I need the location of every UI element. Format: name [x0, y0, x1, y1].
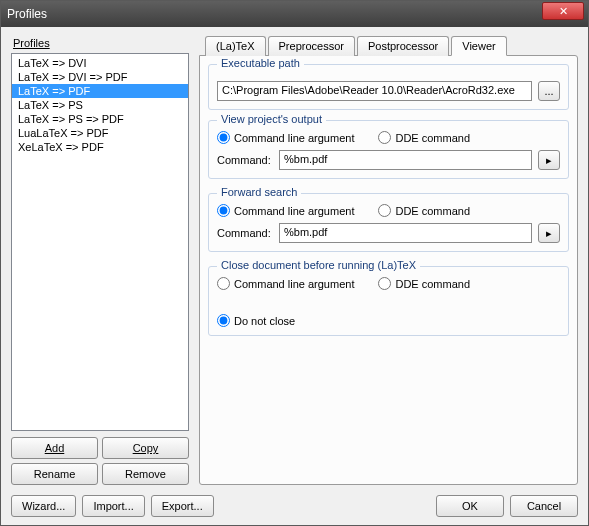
left-panel: Profiles LaTeX => DVILaTeX => DVI => PDF… [11, 35, 189, 485]
tab-viewer[interactable]: Viewer [451, 36, 506, 56]
view-dde-radio[interactable]: DDE command [378, 131, 470, 144]
profiles-label: Profiles [13, 37, 189, 49]
window-title: Profiles [7, 7, 582, 21]
cancel-button[interactable]: Cancel [510, 495, 578, 517]
wizard-button[interactable]: Wizard... [11, 495, 76, 517]
ok-button[interactable]: OK [436, 495, 504, 517]
dialog-body: Profiles LaTeX => DVILaTeX => DVI => PDF… [1, 27, 588, 525]
view-command-label: Command: [217, 154, 273, 166]
view-cmd-radio[interactable]: Command line argument [217, 131, 354, 144]
arrow-right-icon: ▸ [546, 154, 552, 167]
footer: Wizard... Import... Export... OK Cancel [11, 485, 578, 517]
add-button[interactable]: Add [11, 437, 98, 459]
list-item[interactable]: LaTeX => DVI [12, 56, 188, 70]
rename-button[interactable]: Rename [11, 463, 98, 485]
profiles-listbox[interactable]: LaTeX => DVILaTeX => DVI => PDFLaTeX => … [11, 53, 189, 431]
remove-button[interactable]: Remove [102, 463, 189, 485]
forward-search-label: Forward search [217, 186, 301, 198]
tab-postprocessor[interactable]: Postprocessor [357, 36, 449, 56]
view-output-group: View project's output Command line argum… [208, 120, 569, 179]
close-cmd-radio[interactable]: Command line argument [217, 277, 354, 290]
tab-latex[interactable]: (La)TeX [205, 36, 266, 56]
executable-path-label: Executable path [217, 57, 304, 69]
browse-button[interactable]: ... [538, 81, 560, 101]
ellipsis-icon: ... [544, 85, 553, 97]
viewer-tab-panel: Executable path C:\Program Files\Adobe\R… [199, 55, 578, 485]
list-item[interactable]: LuaLaTeX => PDF [12, 126, 188, 140]
tab-preprocessor[interactable]: Preprocessor [268, 36, 355, 56]
forward-command-input[interactable]: %bm.pdf [279, 223, 532, 243]
profiles-dialog: Profiles ✕ Profiles LaTeX => DVILaTeX =>… [0, 0, 589, 526]
right-panel: (La)TeXPreprocessorPostprocessorViewer E… [199, 35, 578, 485]
forward-cmd-radio[interactable]: Command line argument [217, 204, 354, 217]
titlebar: Profiles ✕ [1, 1, 588, 27]
executable-path-group: Executable path C:\Program Files\Adobe\R… [208, 64, 569, 110]
tab-strip: (La)TeXPreprocessorPostprocessorViewer [205, 35, 578, 55]
close-dde-radio[interactable]: DDE command [378, 277, 470, 290]
arrow-right-icon: ▸ [546, 227, 552, 240]
forward-search-group: Forward search Command line argument DDE… [208, 193, 569, 252]
close-none-radio[interactable]: Do not close [217, 314, 295, 327]
close-button[interactable]: ✕ [542, 2, 584, 20]
close-icon: ✕ [559, 5, 568, 18]
close-document-group: Close document before running (La)TeX Co… [208, 266, 569, 336]
list-item[interactable]: XeLaTeX => PDF [12, 140, 188, 154]
export-button[interactable]: Export... [151, 495, 214, 517]
list-item[interactable]: LaTeX => DVI => PDF [12, 70, 188, 84]
list-item[interactable]: LaTeX => PDF [12, 84, 188, 98]
forward-command-menu-button[interactable]: ▸ [538, 223, 560, 243]
forward-command-label: Command: [217, 227, 273, 239]
import-button[interactable]: Import... [82, 495, 144, 517]
list-item[interactable]: LaTeX => PS => PDF [12, 112, 188, 126]
copy-button[interactable]: Copy [102, 437, 189, 459]
view-output-label: View project's output [217, 113, 326, 125]
view-command-menu-button[interactable]: ▸ [538, 150, 560, 170]
forward-dde-radio[interactable]: DDE command [378, 204, 470, 217]
executable-path-input[interactable]: C:\Program Files\Adobe\Reader 10.0\Reade… [217, 81, 532, 101]
close-document-label: Close document before running (La)TeX [217, 259, 420, 271]
view-command-input[interactable]: %bm.pdf [279, 150, 532, 170]
list-item[interactable]: LaTeX => PS [12, 98, 188, 112]
